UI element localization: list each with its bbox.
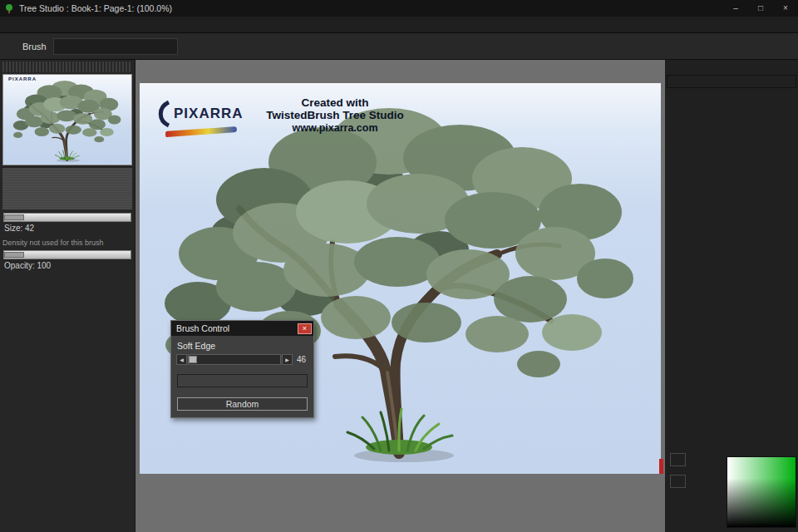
brush-texture-preview xyxy=(2,168,132,209)
close-button[interactable]: × xyxy=(773,0,798,17)
brush-control-dialog: Brush Control × Soft Edge ◀ ▶ 46 xyxy=(170,320,314,418)
right-panel xyxy=(665,60,798,532)
brush-label: Brush xyxy=(22,42,47,52)
canvas-area[interactable]: PIXARRA Created with TwistedBrush Tree S… xyxy=(135,60,665,532)
slider-right-arrow-icon[interactable]: ▶ xyxy=(282,354,293,365)
left-panel: PIXARRA Size: 42 Density not used for th… xyxy=(0,60,135,532)
maximize-button[interactable]: □ xyxy=(748,0,773,17)
titlebar: Tree Studio : Book-1: Page-1: (100.0%) –… xyxy=(0,0,798,17)
dialog-close-icon[interactable]: × xyxy=(298,323,312,334)
soft-edge-slider-handle[interactable] xyxy=(189,356,197,363)
toolbar-separator xyxy=(3,37,11,57)
page-edge-marker xyxy=(659,459,663,474)
brush-gradient-preview xyxy=(177,374,308,387)
slider-left-arrow-icon[interactable]: ◀ xyxy=(176,354,187,365)
page-thumbnail[interactable]: PIXARRA xyxy=(2,74,132,165)
thumbnail-tree-image xyxy=(3,75,131,165)
window-title: Tree Studio : Book-1: Page-1: (100.0%) xyxy=(19,3,723,13)
minimize-button[interactable]: – xyxy=(723,0,748,17)
soft-edge-value: 46 xyxy=(297,355,308,364)
saturation-value-picker[interactable] xyxy=(727,456,796,528)
brush-selector[interactable] xyxy=(53,38,178,55)
toolbar: Brush xyxy=(0,33,798,60)
soft-edge-label: Soft Edge xyxy=(177,341,308,351)
pixarra-logo-mark xyxy=(154,100,172,128)
caption-line-3: www.pixarra.com xyxy=(210,122,460,134)
opacity-label: Opacity: 100 xyxy=(4,261,131,272)
opacity-slider-handle[interactable] xyxy=(4,252,24,258)
canvas-caption: Created with TwistedBrush Tree Studio ww… xyxy=(210,96,460,134)
opacity-slider[interactable] xyxy=(3,250,131,259)
size-label: Size: 42 xyxy=(4,224,131,234)
random-button[interactable]: Random xyxy=(177,397,308,411)
color-picker-area xyxy=(665,421,798,532)
panel-grip[interactable] xyxy=(2,62,132,72)
app-icon xyxy=(4,3,14,13)
size-slider-handle[interactable] xyxy=(4,214,24,220)
color-gradient-strip[interactable] xyxy=(667,75,796,88)
size-slider[interactable] xyxy=(3,213,131,222)
brush-control-titlebar[interactable]: Brush Control × xyxy=(171,321,313,336)
primary-color-swatch[interactable] xyxy=(670,453,686,466)
caption-line-1: Created with xyxy=(210,96,460,109)
brush-control-title: Brush Control xyxy=(171,323,298,333)
soft-edge-slider[interactable] xyxy=(188,354,281,365)
caption-line-2: TwistedBrush Tree Studio xyxy=(210,109,460,121)
menubar xyxy=(0,17,798,33)
app-window: Tree Studio : Book-1: Page-1: (100.0%) –… xyxy=(0,0,798,532)
density-note: Density not used for this brush xyxy=(2,239,135,247)
secondary-color-swatch[interactable] xyxy=(670,475,686,488)
